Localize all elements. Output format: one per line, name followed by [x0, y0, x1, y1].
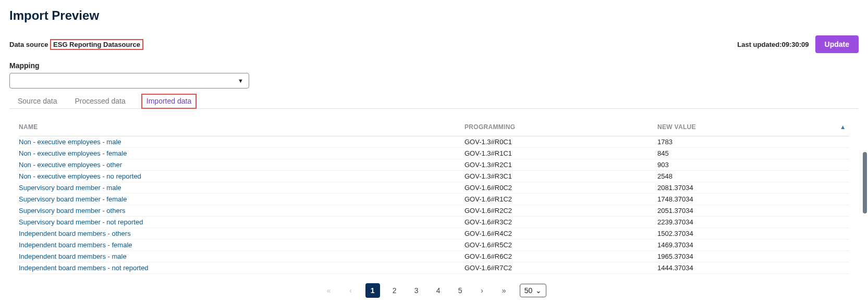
cell-new-value: 845: [657, 149, 849, 157]
data-table: NAME PROGRAMMING NEW VALUE ▲ Non - execu…: [9, 118, 859, 274]
table-body: Non - executive employees - maleGOV-1.3#…: [19, 136, 849, 274]
pager-prev[interactable]: ‹: [344, 283, 358, 298]
page-title: Import Preview: [9, 8, 859, 23]
table-row[interactable]: Supervisory board member - not reportedG…: [19, 217, 849, 228]
cell-new-value: 1502.37034: [657, 230, 849, 237]
cell-new-value: 903: [657, 161, 849, 169]
tab-imported-data[interactable]: Imported data: [141, 94, 197, 109]
tab-source-data[interactable]: Source data: [16, 94, 59, 108]
cell-name: Supervisory board member - female: [19, 195, 464, 203]
cell-programming: GOV-1.3#R3C1: [464, 172, 657, 180]
scrollbar-thumb[interactable]: [863, 152, 867, 213]
cell-programming: GOV-1.6#R0C2: [464, 184, 657, 192]
cell-name: Non - executive employees - no reported: [19, 172, 464, 180]
last-updated: Last updated:09:30:09: [737, 41, 809, 48]
cell-name: Supervisory board member - not reported: [19, 218, 464, 226]
pager-page-3[interactable]: 3: [409, 283, 424, 298]
cell-programming: GOV-1.6#R2C2: [464, 207, 657, 214]
datasource-name: ESG Reporting Datasource: [50, 39, 143, 50]
cell-new-value: 1469.37034: [657, 241, 849, 249]
cell-programming: GOV-1.3#R1C1: [464, 149, 657, 157]
cell-new-value: 1783: [657, 138, 849, 146]
pager: « ‹ 1 2 3 4 5 › »: [322, 283, 511, 298]
pager-page-2[interactable]: 2: [387, 283, 402, 298]
cell-new-value: 1965.37034: [657, 253, 849, 260]
cell-new-value: 2051.37034: [657, 207, 849, 214]
cell-name: Independent board members - male: [19, 253, 464, 260]
pager-next[interactable]: ›: [475, 283, 490, 298]
mapping-label: Mapping: [9, 61, 859, 70]
cell-programming: GOV-1.6#R5C2: [464, 241, 657, 249]
table-row[interactable]: Non - executive employees - femaleGOV-1.…: [19, 148, 849, 159]
cell-name: Supervisory board member - male: [19, 184, 464, 192]
pagination: « ‹ 1 2 3 4 5 › » 50 ⌄: [9, 283, 859, 303]
cell-programming: GOV-1.6#R6C2: [464, 253, 657, 260]
pager-last[interactable]: »: [497, 283, 511, 298]
cell-name: Independent board members - female: [19, 241, 464, 249]
mapping-select[interactable]: ▼: [9, 73, 249, 89]
cell-name: Independent board members - others: [19, 230, 464, 237]
table-row[interactable]: Non - executive employees - maleGOV-1.3#…: [19, 136, 849, 148]
table-row[interactable]: Independent board members - maleGOV-1.6#…: [19, 251, 849, 262]
datasource-label: Data source: [9, 41, 48, 48]
last-updated-value: 09:30:09: [782, 41, 809, 48]
cell-programming: GOV-1.3#R0C1: [464, 138, 657, 146]
cell-name: Non - executive employees - other: [19, 161, 464, 169]
datasource-line: Data source ESG Reporting Datasource: [9, 39, 143, 50]
cell-name: Supervisory board member - others: [19, 207, 464, 214]
cell-name: Non - executive employees - male: [19, 138, 464, 146]
cell-programming: GOV-1.6#R7C2: [464, 264, 657, 272]
update-button[interactable]: Update: [815, 35, 859, 53]
th-name[interactable]: NAME: [19, 123, 464, 131]
table-row[interactable]: Non - executive employees - no reportedG…: [19, 171, 849, 182]
table-head: NAME PROGRAMMING NEW VALUE ▲: [19, 118, 849, 136]
pager-first[interactable]: «: [322, 283, 336, 298]
cell-name: Non - executive employees - female: [19, 149, 464, 157]
table-row[interactable]: Independent board members - not reported…: [19, 262, 849, 274]
cell-new-value: 2239.37034: [657, 218, 849, 226]
chevron-down-icon: ▼: [238, 78, 243, 84]
table-row[interactable]: Independent board members - othersGOV-1.…: [19, 228, 849, 239]
cell-new-value: 1748.37034: [657, 195, 849, 203]
table-row[interactable]: Non - executive employees - otherGOV-1.3…: [19, 159, 849, 171]
pager-page-5[interactable]: 5: [453, 283, 468, 298]
table-row[interactable]: Supervisory board member - maleGOV-1.6#R…: [19, 182, 849, 194]
table-row[interactable]: Supervisory board member - othersGOV-1.6…: [19, 205, 849, 217]
th-programming[interactable]: PROGRAMMING: [464, 123, 657, 131]
cell-programming: GOV-1.3#R2C1: [464, 161, 657, 169]
cell-programming: GOV-1.6#R3C2: [464, 218, 657, 226]
cell-programming: GOV-1.6#R4C2: [464, 230, 657, 237]
chevron-down-icon: ⌄: [535, 286, 542, 295]
cell-name: Independent board members - not reported: [19, 264, 464, 272]
table-row[interactable]: Supervisory board member - femaleGOV-1.6…: [19, 194, 849, 205]
tabs: Source data Processed data Imported data: [9, 94, 859, 109]
pager-page-1[interactable]: 1: [365, 283, 380, 298]
pager-page-4[interactable]: 4: [431, 283, 446, 298]
cell-programming: GOV-1.6#R1C2: [464, 195, 657, 203]
cell-new-value: 1444.37034: [657, 264, 849, 272]
page-size-select[interactable]: 50 ⌄: [520, 284, 547, 297]
page-size-value: 50: [524, 286, 533, 295]
th-new-value-label: NEW VALUE: [657, 123, 696, 131]
tab-processed-data[interactable]: Processed data: [73, 94, 128, 108]
cell-new-value: 2548: [657, 172, 849, 180]
last-updated-label: Last updated:: [737, 41, 781, 48]
sort-asc-icon: ▲: [840, 123, 846, 131]
th-new-value[interactable]: NEW VALUE ▲: [657, 123, 849, 131]
table-row[interactable]: Independent board members - femaleGOV-1.…: [19, 239, 849, 251]
cell-new-value: 2081.37034: [657, 184, 849, 192]
